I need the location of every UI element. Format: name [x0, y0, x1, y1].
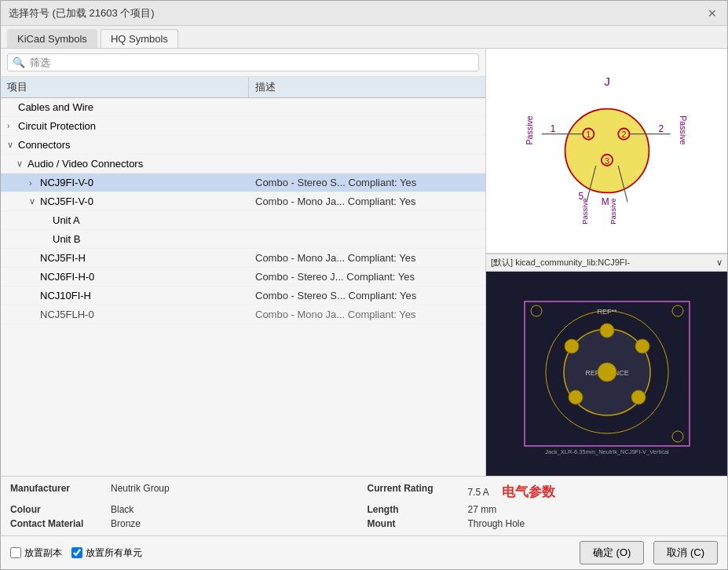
- place-all-units-checkbox[interactable]: 放置所有单元: [71, 546, 142, 560]
- item-label: Audio / Video Connectors: [27, 158, 143, 170]
- search-box: 🔍: [7, 53, 479, 71]
- svg-text:Jack_XLR-6.35mm_Neutrik_NCJ9FI: Jack_XLR-6.35mm_Neutrik_NCJ9FI-V_Vertica…: [545, 448, 669, 455]
- dialog-title: 选择符号 (已加载 21603 个项目): [9, 6, 155, 20]
- svg-point-29: [631, 390, 646, 404]
- svg-text:Passive: Passive: [608, 199, 616, 225]
- table-header: 项目 描述: [1, 77, 485, 98]
- search-icon: 🔍: [13, 57, 25, 68]
- svg-text:2: 2: [621, 130, 626, 139]
- svg-text:1: 1: [550, 123, 555, 134]
- list-item[interactable]: › Circuit Protection: [1, 117, 485, 136]
- prop-value-manufacturer: Neutrik Group: [111, 483, 361, 501]
- item-label: NCJ9FI-V-0: [40, 177, 93, 188]
- svg-point-28: [635, 339, 649, 353]
- prop-value-current-rating: 7.5 A 电气参数: [468, 483, 719, 501]
- place-copy-label: 放置副本: [24, 546, 62, 560]
- footprint-label: [默认] kicad_community_lib:NCJ9FI-: [491, 257, 713, 269]
- prop-label-colour: Colour: [10, 504, 104, 515]
- svg-text:1: 1: [586, 130, 591, 139]
- bottom-section: Manufacturer Neutrik Group Current Ratin…: [1, 476, 727, 569]
- prop-value-contact-material: Bronze: [111, 518, 361, 529]
- search-input[interactable]: [30, 57, 474, 68]
- tabs-row: KiCad Symbols HQ Symbols: [1, 26, 727, 49]
- bottom-bar: 放置副本 放置所有单元 确定 (O) 取消 (C): [1, 535, 727, 569]
- item-label: NCJ5FLH-0: [40, 309, 94, 320]
- prop-label-length: Length: [368, 504, 462, 515]
- place-copy-input[interactable]: [10, 547, 21, 558]
- svg-text:Passive: Passive: [525, 115, 534, 144]
- col-header-item: 项目: [1, 77, 249, 97]
- list-item[interactable]: NCJ5FI-H Combo - Mono Ja... Compliant: Y…: [1, 249, 485, 268]
- close-button[interactable]: ✕: [705, 6, 719, 20]
- svg-text:REF**: REF**: [597, 308, 617, 316]
- item-desc: Combo - Stereo S... Compliant: Yes: [249, 287, 485, 304]
- item-desc: Combo - Mono Ja... Compliant: Yes: [249, 250, 485, 266]
- prop-label-mount: Mount: [368, 518, 462, 529]
- list-item[interactable]: ∨ NCJ5FI-V-0 Combo - Mono Ja... Complian…: [1, 192, 485, 211]
- left-panel: 🔍 项目 描述 Cables and Wire: [1, 49, 486, 476]
- chevron-icon: ∨: [29, 196, 38, 206]
- right-panel: J 1 2 3: [486, 49, 727, 476]
- svg-text:J: J: [604, 76, 610, 88]
- col-header-desc: 描述: [249, 77, 485, 97]
- footprint-dropdown-icon[interactable]: ∨: [716, 258, 723, 268]
- prop-label-manufacturer: Manufacturer: [10, 483, 104, 494]
- ok-button[interactable]: 确定 (O): [580, 541, 644, 565]
- prop-label-current-rating: Current Rating: [368, 483, 462, 494]
- item-desc: Combo - Stereo J... Compliant: Yes: [249, 269, 485, 285]
- prop-value-colour: Black: [111, 504, 361, 515]
- chevron-icon: ∨: [7, 140, 16, 150]
- prop-value-length: 27 mm: [468, 504, 719, 515]
- tree-table[interactable]: Cables and Wire › Circuit Protection ∨: [1, 98, 485, 476]
- list-item[interactable]: ∨ Audio / Video Connectors: [1, 155, 485, 174]
- svg-text:3: 3: [605, 156, 609, 166]
- item-label: Unit A: [53, 214, 80, 226]
- symbol-svg-area: J 1 2 3: [486, 72, 727, 229]
- svg-point-30: [569, 390, 583, 404]
- svg-text:Passive: Passive: [580, 199, 589, 225]
- item-label: Connectors: [18, 139, 70, 151]
- place-copy-checkbox[interactable]: 放置副本: [10, 546, 62, 560]
- search-row: 🔍: [1, 49, 485, 77]
- footprint-svg: REF** REFERENCE: [501, 287, 713, 460]
- place-all-units-input[interactable]: [71, 547, 82, 558]
- symbol-chooser-dialog: 选择符号 (已加载 21603 个项目) ✕ KiCad Symbols HQ …: [0, 0, 728, 570]
- place-all-units-label: 放置所有单元: [86, 546, 142, 560]
- item-label: Cables and Wire: [18, 101, 93, 113]
- list-item[interactable]: Cables and Wire: [1, 98, 485, 117]
- tab-hq-symbols[interactable]: HQ Symbols: [101, 29, 178, 48]
- main-content: 🔍 项目 描述 Cables and Wire: [1, 49, 727, 476]
- list-item[interactable]: NCJ10FI-H Combo - Stereo S... Compliant:…: [1, 287, 485, 305]
- item-label: NCJ5FI-H: [40, 252, 86, 264]
- prop-label-contact-material: Contact Material: [10, 518, 104, 529]
- item-desc: Combo - Mono Ja... Compliant: Yes: [249, 306, 485, 323]
- symbol-svg: J 1 2 3: [497, 76, 717, 225]
- list-item[interactable]: NCJ6FI-H-0 Combo - Stereo J... Compliant…: [1, 268, 485, 287]
- chevron-icon: ›: [7, 122, 16, 130]
- list-item[interactable]: NCJ5FLH-0 Combo - Mono Ja... Compliant: …: [1, 305, 485, 324]
- footprint-preview: REF** REFERENCE: [486, 272, 727, 476]
- list-item[interactable]: › NCJ9FI-V-0 Combo - Stereo S... Complia…: [1, 174, 485, 192]
- cancel-button[interactable]: 取消 (C): [653, 541, 718, 565]
- footprint-bar: [默认] kicad_community_lib:NCJ9FI- ∨: [486, 254, 727, 272]
- chevron-icon: ∨: [16, 159, 26, 169]
- list-item[interactable]: Unit B: [1, 230, 485, 249]
- tab-kicad-symbols[interactable]: KiCad Symbols: [7, 29, 97, 48]
- item-desc: Combo - Stereo S... Compliant: Yes: [249, 174, 485, 191]
- prop-value-mount: Through Hole: [468, 518, 719, 529]
- item-label: Unit B: [53, 233, 80, 245]
- symbol-preview: J 1 2 3: [486, 49, 727, 254]
- svg-point-26: [598, 363, 616, 382]
- svg-point-27: [600, 323, 614, 338]
- item-label: NCJ6FI-H-0: [40, 271, 94, 283]
- item-label: Circuit Protection: [18, 120, 96, 132]
- title-bar: 选择符号 (已加载 21603 个项目) ✕: [1, 1, 727, 26]
- svg-text:2: 2: [658, 123, 664, 134]
- electric-params-label: 电气参数: [502, 483, 555, 501]
- item-desc: Combo - Mono Ja... Compliant: Yes: [249, 193, 485, 210]
- list-item[interactable]: ∨ Connectors: [1, 136, 485, 155]
- item-label: NCJ5FI-V-0: [40, 195, 93, 207]
- list-item[interactable]: Unit A: [1, 211, 485, 230]
- chevron-icon: ›: [29, 178, 38, 188]
- svg-point-1: [565, 109, 649, 193]
